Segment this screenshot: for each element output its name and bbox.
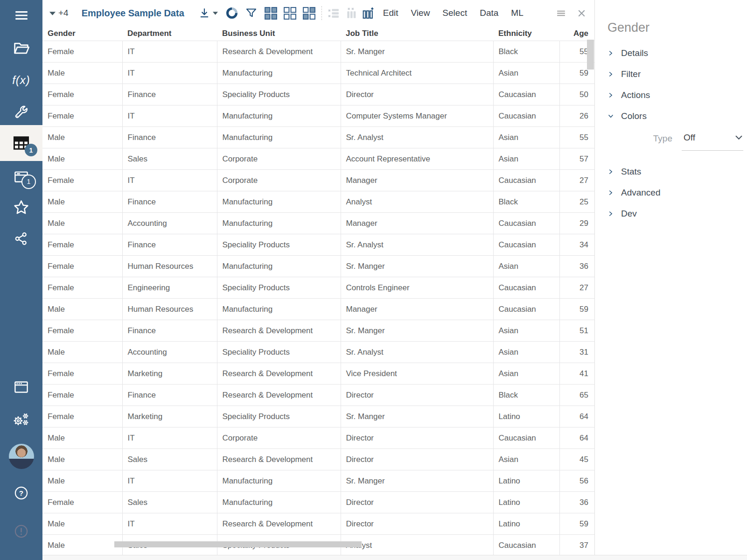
column-header-age[interactable]: Age	[559, 26, 594, 41]
cell[interactable]: 55	[559, 127, 594, 148]
cell[interactable]: Research & Development	[217, 449, 341, 470]
cell[interactable]: Sr. Analyst	[341, 127, 493, 148]
cell[interactable]: Director	[341, 492, 493, 513]
cell[interactable]: 31	[559, 342, 594, 363]
column-header-ethnicity[interactable]: Ethnicity	[493, 26, 559, 41]
cell[interactable]: Male	[42, 63, 122, 84]
cell[interactable]: Female	[42, 492, 122, 513]
cell[interactable]: Finance	[122, 234, 217, 256]
cell[interactable]: Female	[42, 256, 122, 277]
menu-view[interactable]: View	[411, 8, 430, 18]
cell[interactable]: 65	[559, 385, 594, 406]
cell[interactable]: Sales	[122, 492, 217, 513]
cell[interactable]: Speciality Products	[217, 277, 341, 299]
cell[interactable]: Female	[42, 385, 122, 406]
cell[interactable]: Male	[42, 191, 122, 213]
cell[interactable]: Sr. Analyst	[341, 234, 493, 256]
dataset-title[interactable]: Employee Sample Data	[82, 8, 184, 19]
cell[interactable]: 64	[559, 406, 594, 427]
sidebar-item-alerts[interactable]	[0, 518, 42, 544]
cell[interactable]: 26	[559, 105, 594, 127]
cell[interactable]: Speciality Products	[217, 84, 341, 105]
cell[interactable]: Female	[42, 84, 122, 105]
sidebar-hamburger-button[interactable]	[0, 3, 42, 28]
cell[interactable]: Male	[42, 299, 122, 320]
cell[interactable]: Vice President	[341, 363, 493, 385]
cell[interactable]: Human Resources	[122, 299, 217, 320]
panel-section-actions[interactable]: Actions	[607, 84, 747, 105]
cell[interactable]: Caucasian	[493, 170, 559, 191]
cell[interactable]: Male	[42, 513, 122, 535]
cell[interactable]: Male	[42, 148, 122, 170]
cell[interactable]: Sales	[122, 449, 217, 470]
cell[interactable]: 51	[559, 320, 594, 342]
cell[interactable]: Account Representative	[341, 148, 493, 170]
cell[interactable]: Female	[42, 320, 122, 342]
cell[interactable]: Female	[42, 105, 122, 127]
table-options-button[interactable]	[555, 7, 567, 19]
panel-section-filter[interactable]: Filter	[607, 63, 747, 84]
cell[interactable]: Manufacturing	[217, 492, 341, 513]
panel-section-dev[interactable]: Dev	[607, 203, 747, 224]
cell[interactable]: Male	[42, 449, 122, 470]
cell[interactable]: IT	[122, 427, 217, 449]
cell[interactable]: Female	[42, 406, 122, 427]
cell[interactable]: Asian	[493, 342, 559, 363]
cell[interactable]: Male	[42, 342, 122, 363]
cell[interactable]: Caucasian	[493, 234, 559, 256]
cell[interactable]: Caucasian	[493, 427, 559, 449]
menu-ml[interactable]: ML	[511, 8, 523, 18]
type-select[interactable]: Off	[682, 132, 743, 151]
cell[interactable]: Caucasian	[493, 84, 559, 105]
cell[interactable]: 27	[559, 170, 594, 191]
cell[interactable]: Black	[493, 191, 559, 213]
cell[interactable]: Male	[42, 470, 122, 492]
cell[interactable]: Male	[42, 535, 122, 555]
cell[interactable]: Sr. Manger	[341, 320, 493, 342]
sidebar-item-help[interactable]: ?	[0, 480, 42, 505]
cell[interactable]: Manufacturing	[217, 213, 341, 234]
panel-section-colors[interactable]: Colors	[607, 105, 747, 126]
cell[interactable]: Human Resources	[122, 256, 217, 277]
cell[interactable]: IT	[122, 513, 217, 535]
sidebar-item-tables[interactable]: 1	[0, 125, 42, 161]
cell[interactable]: Analyst	[341, 535, 493, 555]
cell[interactable]: Caucasian	[493, 535, 559, 555]
cell[interactable]: Manager	[341, 213, 493, 234]
cell[interactable]: Male	[42, 213, 122, 234]
cell[interactable]: 56	[559, 470, 594, 492]
sidebar-item-share[interactable]	[0, 226, 42, 251]
filter-button[interactable]	[245, 7, 258, 20]
cell[interactable]: Corporate	[217, 170, 341, 191]
view-table-button[interactable]	[283, 7, 297, 20]
cell[interactable]: Manufacturing	[217, 299, 341, 320]
cell[interactable]: Accounting	[122, 213, 217, 234]
cell[interactable]: Asian	[493, 449, 559, 470]
sidebar-item-functions[interactable]: f(x)	[0, 68, 42, 93]
menu-select[interactable]: Select	[442, 8, 467, 18]
frame-dropdown-button[interactable]	[49, 11, 56, 15]
cell[interactable]: 59	[559, 513, 594, 535]
horizontal-scrollbar-thumb[interactable]	[114, 541, 362, 547]
cell[interactable]: Male	[42, 427, 122, 449]
cell[interactable]: Female	[42, 41, 122, 63]
cell[interactable]: Research & Development	[217, 513, 341, 535]
cell[interactable]: Director	[341, 427, 493, 449]
hidden-frames-badge[interactable]: +4	[58, 8, 69, 18]
panel-section-stats[interactable]: Stats	[607, 161, 747, 182]
cell[interactable]: 27	[559, 277, 594, 299]
cell[interactable]: Asian	[493, 148, 559, 170]
cell[interactable]: Computer Systems Manager	[341, 105, 493, 127]
cell[interactable]: Asian	[493, 127, 559, 148]
cell[interactable]: Manufacturing	[217, 191, 341, 213]
cell[interactable]: Technical Architect	[341, 63, 493, 84]
sidebar-item-tools[interactable]	[0, 99, 42, 125]
cell[interactable]: Engineering	[122, 277, 217, 299]
cell[interactable]: Director	[341, 385, 493, 406]
cell[interactable]: Manufacturing	[217, 256, 341, 277]
cell[interactable]: Research & Development	[217, 363, 341, 385]
cell[interactable]: 50	[559, 84, 594, 105]
cell[interactable]: Female	[42, 234, 122, 256]
cell[interactable]: Asian	[493, 320, 559, 342]
cell[interactable]: 34	[559, 234, 594, 256]
